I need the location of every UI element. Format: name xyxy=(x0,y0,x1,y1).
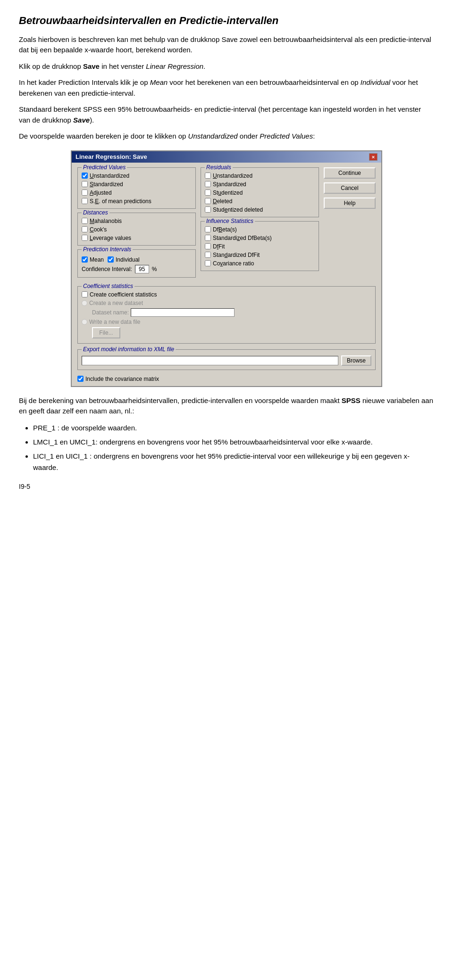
dialog-close-button[interactable]: × xyxy=(369,153,378,161)
export-title: Export model information to XML file xyxy=(82,346,176,353)
include-covariance-row[interactable]: Include the covariance matrix xyxy=(77,376,376,382)
checkbox-mahalanobis[interactable]: Mahalanobis xyxy=(82,218,192,224)
pct-label: % xyxy=(152,266,157,272)
bullet-1: PRE_1 : de voorspelde waarden. xyxy=(33,422,434,434)
help-button[interactable]: Help xyxy=(324,198,376,209)
intro-p2: Klik op de drukknop Save in het venster … xyxy=(19,61,434,72)
dialog-buttons: Continue Cancel Help xyxy=(324,167,376,278)
linear-regression-save-dialog: Linear Regression: Save × Predicted Valu… xyxy=(71,150,382,387)
continue-button[interactable]: Continue xyxy=(324,167,376,179)
prediction-intervals-group: Prediction Intervals Mean Individual Con… xyxy=(77,249,196,278)
predicted-values-title: Predicted Values xyxy=(82,164,127,171)
prediction-intervals-title: Prediction Intervals xyxy=(82,246,133,253)
checkbox-std-dffit[interactable]: Standardized DfFit xyxy=(205,252,315,258)
checkbox-individual[interactable]: Individual xyxy=(108,256,140,263)
checkbox-unstandardized[interactable]: Unstandardized xyxy=(82,173,192,179)
checkbox-res-standardized[interactable]: Standardized xyxy=(205,181,315,188)
bullet-list: PRE_1 : de voorspelde waarden. LMCI_1 en… xyxy=(33,422,434,473)
bullet-2: LMCI_1 en UMCI_1: ondergrens en bovengre… xyxy=(33,436,434,448)
distances-title: Distances xyxy=(82,209,109,216)
coefficient-statistics-group: Coefficient statistics Create coefficien… xyxy=(77,286,376,344)
intro-p4: Standaard berekent SPSS een 95% betrouwb… xyxy=(19,104,434,125)
individual-label: Individual xyxy=(116,256,140,263)
dialog-title: Linear Regression: Save xyxy=(76,153,147,160)
browse-button[interactable]: Browse xyxy=(341,355,371,366)
dialog-titlebar: Linear Regression: Save × xyxy=(72,151,381,163)
checkbox-create-coeff[interactable]: Create coefficient statistics xyxy=(82,291,371,298)
checkbox-std-dfbetas[interactable]: Standardized DfBeta(s) xyxy=(205,235,315,241)
ci-input[interactable] xyxy=(135,265,149,273)
radio-new-dataset[interactable]: Create a new dataset xyxy=(82,300,371,306)
intro-p5: De voorspelde waarden bereken je door te… xyxy=(19,131,434,142)
checkbox-res-studentized[interactable]: Studentized xyxy=(205,189,315,196)
influence-statistics-title: Influence Statistics xyxy=(205,218,255,224)
page-number: I9-5 xyxy=(19,483,30,490)
cancel-button[interactable]: Cancel xyxy=(324,182,376,194)
checkbox-res-unstandardized[interactable]: Unstandardized xyxy=(205,173,315,179)
checkbox-leverage[interactable]: Leverage values xyxy=(82,235,192,241)
checkbox-res-deleted[interactable]: Deleted xyxy=(205,198,315,205)
ci-label: Confidence Interval: xyxy=(82,266,132,272)
radio-new-file[interactable]: Write a new data file xyxy=(82,319,371,325)
residuals-title: Residuals xyxy=(205,164,233,171)
after-p1: Bij de berekening van betrouwbaarheidsin… xyxy=(19,395,434,417)
checkbox-dfbetas[interactable]: DfBeta(s) xyxy=(205,226,315,233)
checkbox-covariance-ratio[interactable]: Covariance ratio xyxy=(205,260,315,267)
intro-p3: In het kader Prediction Intervals klik j… xyxy=(19,77,434,99)
bullet-3: LICI_1 en UICI_1 : ondergrens en bovengr… xyxy=(33,451,434,473)
include-covariance-checkbox[interactable] xyxy=(77,376,84,382)
distances-group: Distances Mahalanobis Cook's Leverage va… xyxy=(77,213,196,246)
checkbox-res-studentized-deleted[interactable]: Studentized deleted xyxy=(205,206,315,213)
checkbox-standardized[interactable]: Standardized xyxy=(82,181,192,188)
page-footer: I9-5 xyxy=(19,483,434,490)
predicted-values-group: Predicted Values Unstandardized Standard… xyxy=(77,167,196,209)
file-button[interactable]: File... xyxy=(92,327,120,338)
include-covariance-label: Include the covariance matrix xyxy=(85,376,159,382)
checkbox-adjusted[interactable]: Adjusted xyxy=(82,189,192,196)
intro-p1: Zoals hierboven is beschreven kan met be… xyxy=(19,34,434,56)
checkbox-mean[interactable]: Mean xyxy=(82,256,104,263)
coefficient-statistics-title: Coefficient statistics xyxy=(82,283,134,289)
export-group: Export model information to XML file Bro… xyxy=(77,349,376,370)
page-title: Betrouwbaarheidsintervallen en Predictie… xyxy=(19,14,434,28)
dataset-name-input[interactable] xyxy=(131,308,235,317)
mean-label: Mean xyxy=(90,256,104,263)
checkbox-cooks[interactable]: Cook's xyxy=(82,226,192,233)
residuals-group: Residuals Unstandardized Standardized St… xyxy=(201,167,319,217)
checkbox-se-mean[interactable]: S.E. of mean predictions xyxy=(82,198,192,205)
export-input[interactable] xyxy=(82,356,338,365)
influence-statistics-group: Influence Statistics DfBeta(s) Standardi… xyxy=(201,221,319,271)
dataset-name-row: Dataset name: xyxy=(82,308,371,317)
checkbox-dffit[interactable]: DfFit xyxy=(205,243,315,250)
